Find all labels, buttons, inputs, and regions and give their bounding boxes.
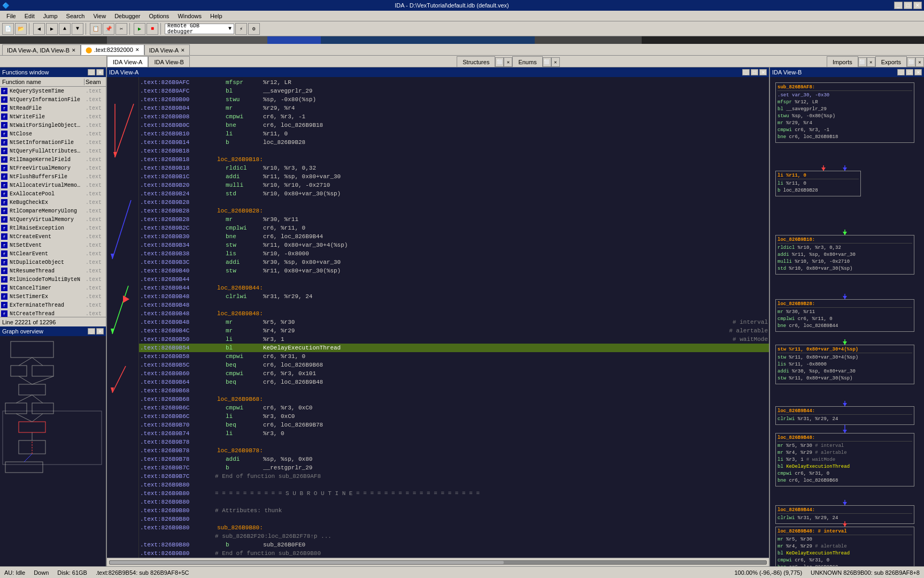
minimize-btn[interactable]: _ [894, 2, 903, 9]
forward-btn[interactable]: ▶ [46, 23, 58, 35]
asm-line[interactable]: .text:826B9B38lis%r10, -0x8000 [139, 249, 769, 258]
func-item[interactable]: fNtQueryInformationFile.text [0, 95, 106, 104]
func-item[interactable]: fRtlCompareMemoryUlong.text [0, 207, 106, 215]
graph-node[interactable]: loc_826B9B28:mr %r30, %r11cmplwi cr6, %r… [775, 299, 914, 332]
menu-windows[interactable]: Windows [173, 12, 206, 20]
ida-view-b-maximize[interactable]: □ [906, 69, 913, 75]
asm-line[interactable]: .text:826B9B80 [139, 498, 769, 506]
func-item[interactable]: fRtlRaiseException.text [0, 224, 106, 232]
asm-line[interactable]: .text:826B9B58cmpwicr6, %r31, 0 [139, 352, 769, 361]
run-btn[interactable]: ▶ [134, 23, 145, 35]
func-item[interactable]: fNtCreateEvent.text [0, 232, 106, 241]
graph-node[interactable]: loc_826B9B48: # intervalmr %r5, %r30mr %… [775, 527, 914, 566]
asm-line[interactable]: .text:826B9B28 [139, 198, 769, 207]
asm-line[interactable]: .text:826B9B7C# End of function sub_826B… [139, 472, 769, 481]
graph-minimize[interactable]: _ [88, 328, 95, 334]
asm-line[interactable]: .text:826B9B48 [139, 301, 769, 309]
graph-node[interactable]: loc_826B9B18:rldicl %r10, %r3, 0,32addi … [775, 235, 914, 275]
menu-edit[interactable]: Edit [20, 12, 39, 20]
asm-line[interactable]: .text:826B9B04mr%r29, %r4 [139, 104, 769, 112]
asm-line[interactable]: .text:826B9B68 [139, 386, 769, 395]
func-item[interactable]: fNtAllocateVirtualMemory.text [0, 181, 106, 189]
func-item[interactable]: fNtReadFile.text [0, 104, 106, 112]
asm-line[interactable]: .text:826B9B18rldicl%r10, %r3, 0,32 [139, 164, 769, 172]
func-item[interactable]: fExTerminateThread.text [0, 301, 106, 309]
graph-close[interactable]: ✕ [96, 328, 104, 334]
func-item[interactable]: fNtWaitForSingleObjectEx.text [0, 121, 106, 130]
tab-ida-views-close[interactable]: ✕ [72, 48, 76, 53]
asm-line[interactable]: .text:826B9B28mr%r30, %r11 [139, 215, 769, 224]
ida-view-b-minimize[interactable]: _ [897, 69, 905, 75]
func-item[interactable]: fKeQuerySystemTime.text [0, 87, 106, 95]
graph-node[interactable]: loc_826B9B44:clrlwi %r31, %r29, 24 [775, 406, 914, 425]
menu-jump[interactable]: Jump [39, 12, 62, 20]
cut-btn[interactable]: ✂ [116, 23, 127, 35]
func-item[interactable]: fNtCancelTimer.text [0, 284, 106, 292]
new-btn[interactable]: 📄 [2, 23, 14, 35]
asm-line[interactable]: .text:826B9B00stwu%sp, -0x80(%sp) [139, 95, 769, 104]
structures-close[interactable]: ✕ [504, 57, 512, 67]
asm-line[interactable]: .text:826B9B18 [139, 147, 769, 155]
connect-btn[interactable]: ⚡ [235, 23, 247, 35]
asm-line[interactable]: .text:826B9B18loc_826B9B18: [139, 155, 769, 164]
asm-line[interactable]: .text:826B9B48mr%r5, %r30# interval [139, 318, 769, 326]
graph-node[interactable]: stw %r11, 0x80+var_30+4(%sp)stw %r11, 0x… [775, 345, 914, 384]
func-item[interactable]: fNtDuplicateObject.text [0, 258, 106, 267]
enums-ctrl[interactable]: ⬜ [543, 57, 551, 67]
menu-file[interactable]: File [2, 12, 20, 20]
asm-line[interactable]: .text:826B9B10li%r11, 0 [139, 130, 769, 138]
graph-node[interactable]: sub_826B9AF8:.set var_30, -0x30mfspr %r1… [775, 82, 914, 143]
structures-ctrl[interactable]: ⬜ [495, 57, 504, 67]
close-btn[interactable]: ✕ [913, 2, 922, 9]
func-item[interactable]: fNtQueryFullAttributesFile.text [0, 147, 106, 155]
asm-line[interactable]: .text:826B9B20mulli%r10, %r10, -0x2710 [139, 181, 769, 189]
asm-line[interactable]: .text:826B9B0Cbnecr6, loc_826B9B18 [139, 121, 769, 130]
sub-tab-enums[interactable]: Enums [512, 56, 542, 67]
asm-line[interactable]: # sub_826B2F20:loc_826B2F78↑p ... [139, 532, 769, 541]
asm-view[interactable]: .text:826B9AF8.text:826B9AF8sub_826B9AF8… [139, 77, 769, 558]
asm-line[interactable]: .text:826B9B54blKeDelayExecutionThread [139, 344, 769, 352]
asm-line[interactable]: .text:826B9B78loc_826B9B78: [139, 446, 769, 455]
tab-ida-view-a-close[interactable]: ✕ [181, 48, 185, 53]
asm-line[interactable]: .text:826B9B70beqcr6, loc_826B9B78 [139, 421, 769, 429]
asm-line[interactable]: .text:826B9B24std%r10, 0x80+var_30(%sp) [139, 189, 769, 198]
sub-tab-ida-view-a[interactable]: IDA View-A [107, 56, 148, 67]
up-btn[interactable]: ▲ [59, 23, 71, 35]
asm-line[interactable]: .text:826B9B5Cbeqcr6, loc_826B9B68 [139, 361, 769, 369]
menu-view[interactable]: View [89, 12, 110, 20]
sub-tab-exports[interactable]: Exports [875, 56, 907, 67]
graph-node[interactable]: li %r11, 0li %r11, 0b loc_826B9B28 [775, 171, 861, 196]
tab-text-addr-close[interactable]: ✕ [135, 47, 140, 52]
asm-line[interactable]: .text:826B9B78addi%sp, %sp, 0x80 [139, 455, 769, 463]
asm-line[interactable]: .text:826B9B78 [139, 438, 769, 446]
asm-line[interactable]: .text:826B9B4Cmr%r4, %r29# alertable [139, 326, 769, 335]
asm-line[interactable]: .text:826B9B80 [139, 515, 769, 523]
asm-line[interactable]: .text:826B9B80# End of function sub_826B… [139, 549, 769, 558]
asm-line[interactable]: .text:826B9B1Caddi%r11, %sp, 0x80+var_30 [139, 172, 769, 181]
enums-close[interactable]: ✕ [551, 57, 560, 67]
func-item[interactable]: fNtResumeThread.text [0, 267, 106, 275]
asm-line[interactable]: .text:826B9B80 [139, 481, 769, 489]
settings-btn[interactable]: ⚙ [248, 23, 260, 35]
asm-line[interactable]: .text:826B9B2Ccmplwicr6, %r11, 0 [139, 224, 769, 232]
func-item[interactable]: fRtlImageKernelField.text [0, 155, 106, 164]
sub-tab-imports[interactable]: Imports [827, 56, 858, 67]
asm-line[interactable]: .text:826B9B74li%r3, 0 [139, 429, 769, 438]
asm-line[interactable]: .text:826B9B48loc_826B9B48: [139, 309, 769, 318]
ida-view-a-close[interactable]: ✕ [759, 69, 767, 75]
exports-ctrl[interactable]: ⬜ [907, 57, 915, 67]
asm-hscrollbar[interactable] [109, 560, 767, 565]
graph-view[interactable]: sub_826B9AF8:.set var_30, -0x30mfspr %r1… [770, 77, 924, 566]
asm-line[interactable]: .text:826B9B40stw%r11, 0x80+var_30(%sp) [139, 267, 769, 275]
asm-line[interactable]: .text:826B9B80bsub_826B0FE0 [139, 541, 769, 549]
stop-btn[interactable]: ■ [147, 23, 158, 35]
asm-line[interactable]: .text:826B9B60cmpwicr6, %r3, 0x101 [139, 369, 769, 378]
restore-btn[interactable]: □ [904, 2, 912, 9]
tab-ida-views[interactable]: IDA View-A, IDA View-B ✕ [2, 44, 81, 55]
asm-line[interactable]: .text:826B9B34stw%r11, 0x80+var_30+4(%sp… [139, 241, 769, 249]
func-item[interactable]: fNtSetInformationFile.text [0, 138, 106, 147]
tab-text-addr[interactable]: ⬤ .text:82392000 ✕ [81, 44, 144, 55]
down-btn[interactable]: ▼ [72, 23, 83, 35]
debugger-dropdown[interactable]: Remote GDB debugger ▼ [165, 24, 234, 34]
func-item[interactable]: fRtlUnicodeToMultiByteN.text [0, 275, 106, 284]
